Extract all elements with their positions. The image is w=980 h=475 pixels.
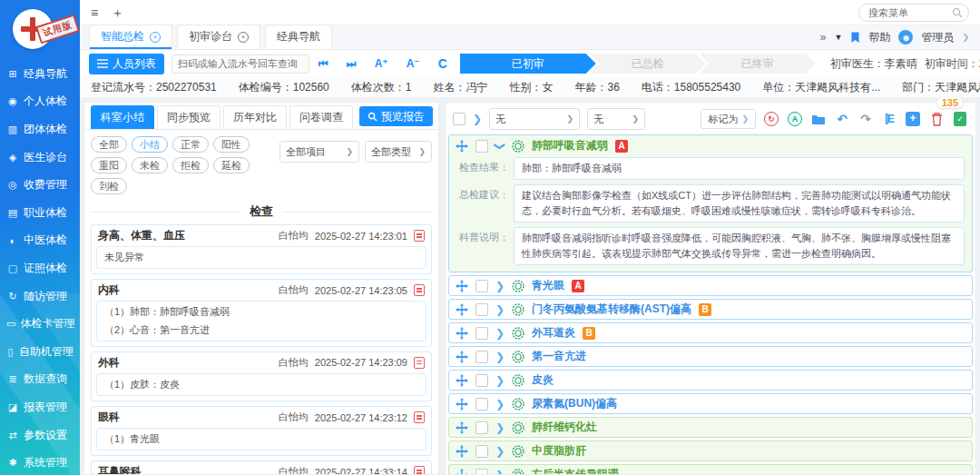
filter-arrived[interactable]: 到检 — [91, 178, 127, 194]
sidebar-item-doctor-station[interactable]: ◈医生诊台 — [0, 143, 80, 172]
expand-all-icon[interactable]: ❯ — [473, 113, 482, 125]
drag-move-icon[interactable] — [456, 398, 468, 411]
item-checkbox[interactable] — [475, 140, 488, 153]
trash-icon[interactable] — [928, 111, 945, 127]
hamburger-icon[interactable]: ≡ — [91, 6, 98, 19]
drag-move-icon[interactable] — [456, 303, 468, 316]
item-checkbox[interactable] — [475, 351, 488, 363]
tab-smart-summary[interactable]: 智能总检 — [89, 25, 172, 49]
report-doc-icon[interactable] — [414, 230, 425, 242]
sidebar-item-exam-card-management[interactable]: ▭体检卡管理 — [0, 310, 80, 338]
expand-item-icon[interactable]: ❯ — [495, 398, 505, 411]
item-checkbox[interactable] — [475, 303, 488, 316]
diagnosis-title[interactable]: 皮炎 — [532, 372, 554, 388]
report-doc-icon[interactable] — [414, 357, 425, 369]
select-all-checkbox[interactable] — [453, 113, 466, 125]
diagnosis-title[interactable]: 青光眼 — [532, 278, 564, 293]
user-menu[interactable]: 管理员 — [921, 30, 954, 45]
scan-serial-input[interactable] — [172, 54, 309, 74]
first-record-icon[interactable]: ⏮ — [317, 57, 330, 70]
report-doc-icon[interactable] — [414, 411, 425, 423]
diagnosis-title[interactable]: 第一音亢进 — [532, 349, 586, 364]
expand-item-icon[interactable]: ❯ — [495, 374, 505, 387]
report-doc-icon[interactable] — [414, 466, 425, 474]
sidebar-item-report-management[interactable]: ◪报表管理 — [0, 393, 80, 421]
filter-dropdown-2[interactable]: 无❯ — [587, 108, 645, 130]
report-doc-icon[interactable] — [414, 284, 425, 296]
drag-move-icon[interactable] — [456, 351, 468, 363]
sidebar-item-certificate-exam[interactable]: ▢证照体检 — [0, 254, 80, 282]
diagnosis-title[interactable]: 肺部呼吸音减弱 — [532, 138, 608, 153]
font-decrease-button[interactable]: A⁻ — [405, 57, 422, 70]
sidebar-item-data-query[interactable]: ≣数据查询 — [0, 366, 80, 394]
bookmark-icon[interactable] — [850, 32, 860, 44]
tab-classic-nav[interactable]: 经典导航 — [265, 25, 332, 49]
sidebar-item-system-management[interactable]: ✱系统管理 — [0, 449, 80, 475]
sidebar-item-tcm-exam[interactable]: ◐中医体检 — [0, 227, 80, 255]
item-checkbox[interactable] — [475, 421, 488, 434]
filter-delayed[interactable]: 延检 — [213, 157, 250, 173]
add-item-icon[interactable]: + — [905, 111, 921, 127]
expand-item-icon[interactable]: ❯ — [495, 327, 505, 340]
sidebar-item-followup-management[interactable]: ↻随访管理 — [0, 282, 80, 311]
diagnosis-title[interactable]: 左后半支传导阻滞 — [532, 467, 619, 474]
chevron-down-icon[interactable]: ❯ — [962, 33, 969, 42]
item-checkbox[interactable] — [475, 469, 488, 474]
mark-as-button[interactable]: 标记为❯ — [701, 109, 756, 129]
expand-item-icon[interactable]: ❯ — [495, 469, 505, 474]
close-icon[interactable] — [150, 32, 161, 43]
last-record-icon[interactable]: ⏭ — [345, 57, 358, 70]
split-columns-icon[interactable]: ⫿E — [881, 111, 897, 127]
close-icon[interactable] — [238, 32, 249, 43]
tab-initial-review[interactable]: 初审诊台 — [177, 25, 260, 49]
font-increase-button[interactable]: A⁺ — [373, 57, 390, 70]
search-icon[interactable] — [952, 7, 963, 18]
drag-move-icon[interactable] — [456, 421, 468, 434]
summary-advice-value[interactable]: 建议结合胸部影像学检查（如X线或CT）进一步评估肺部结构，完善肺功能测试以明确通… — [514, 184, 965, 223]
item-checkbox[interactable] — [475, 398, 488, 411]
sidebar-item-group-exam[interactable]: ▥团体体检 — [0, 115, 80, 143]
filter-normal[interactable]: 正常 — [172, 136, 209, 153]
collapse-item-icon[interactable]: ❯ — [494, 141, 506, 150]
redo-icon[interactable]: ↷ — [858, 111, 874, 127]
refresh-icon[interactable]: C — [436, 56, 449, 71]
filter-all[interactable]: 全部 — [91, 136, 127, 153]
diagnosis-title[interactable]: 中度脂肪肝 — [532, 443, 586, 459]
undo-icon[interactable]: ↶ — [834, 111, 850, 127]
sidebar-item-kiosk-management[interactable]: ▯自助机管理 — [0, 338, 80, 366]
expand-item-icon[interactable]: ❯ — [495, 421, 505, 434]
item-checkbox[interactable] — [475, 327, 488, 340]
filter-dropdown-1[interactable]: 无❯ — [489, 108, 580, 130]
filter-recheck-positive[interactable]: 重阳 — [91, 157, 127, 173]
avatar[interactable]: ☻ — [898, 30, 913, 45]
tab-sync-preview[interactable]: 同步预览 — [157, 105, 220, 129]
diagnosis-title[interactable]: 尿素氮(BUN)偏高 — [532, 396, 617, 411]
item-checkbox[interactable] — [475, 280, 488, 292]
folder-icon[interactable] — [810, 111, 827, 127]
item-checkbox[interactable] — [475, 374, 488, 387]
diagnosis-title[interactable]: 肺纤维钙化灶 — [532, 420, 597, 435]
tab-questionnaire[interactable]: 问卷调查 — [289, 105, 353, 129]
ai-review-icon[interactable]: A — [787, 111, 803, 127]
drag-move-icon[interactable] — [456, 445, 468, 458]
sidebar-item-occupational-exam[interactable]: ▤职业体检 — [0, 199, 80, 227]
drag-move-icon[interactable] — [456, 374, 468, 387]
sidebar-item-fee-management[interactable]: ◎收费管理 — [0, 171, 80, 199]
person-list-button[interactable]: 人员列表 — [89, 54, 164, 74]
clipboard-check-icon[interactable]: ✓ — [952, 111, 968, 127]
expand-item-icon[interactable]: ❯ — [495, 280, 505, 292]
filter-summary[interactable]: 小结 — [132, 136, 168, 153]
sidebar-item-parameter-settings[interactable]: ⇄参数设置 — [0, 421, 80, 450]
preview-report-button[interactable]: 预览报告 — [359, 106, 433, 126]
expand-item-icon[interactable]: ❯ — [495, 445, 505, 458]
new-tab-plus-icon[interactable]: ＋ — [111, 6, 123, 19]
filter-refused[interactable]: 拒检 — [172, 157, 209, 173]
help-link[interactable]: 帮助 — [868, 30, 890, 45]
exam-result-value[interactable]: 肺部：肺部呼吸音减弱 — [514, 157, 965, 180]
drag-move-icon[interactable] — [456, 469, 468, 474]
sidebar-item-classic-nav[interactable]: ⊞经典导航 — [0, 60, 80, 88]
diagnosis-title[interactable]: 外耳道炎 — [532, 325, 575, 341]
collapse-icon[interactable]: » — [820, 31, 827, 44]
expand-item-icon[interactable]: ❯ — [495, 351, 505, 363]
diagnosis-title[interactable]: 门冬丙氨酸氨基转移酶(AST)偏高 — [532, 302, 691, 317]
